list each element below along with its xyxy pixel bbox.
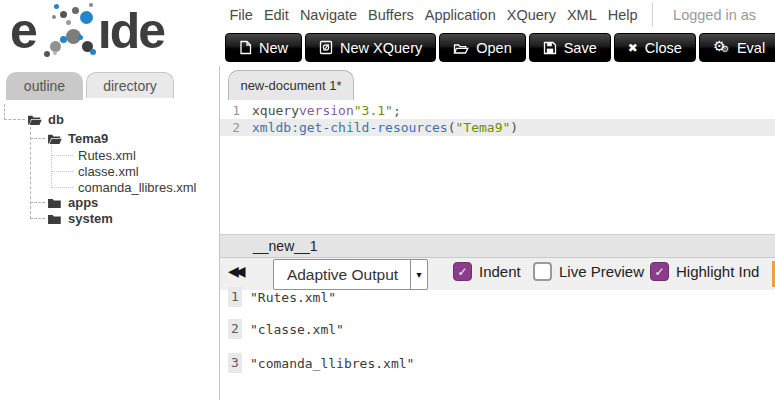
menu-file[interactable]: File bbox=[224, 7, 258, 23]
open-folder-icon bbox=[453, 41, 469, 55]
buffer-tab-bar[interactable]: __new__1 bbox=[220, 234, 775, 258]
code-token: "Tema9" bbox=[456, 119, 511, 136]
result-text: "Rutes.xml" bbox=[250, 290, 336, 305]
toolbar: New New XQuery Open Save ✖ Close ⚙ bbox=[225, 33, 775, 62]
tree-node-label: comanda_llibres.xml bbox=[78, 180, 197, 196]
close-icon: ✖ bbox=[628, 41, 638, 55]
new-document-icon bbox=[239, 40, 252, 55]
menubar-divider bbox=[652, 3, 653, 27]
code-token: ( bbox=[448, 119, 456, 136]
save-icon bbox=[543, 41, 557, 55]
open-button-label: Open bbox=[476, 40, 511, 56]
directory-tree: db Tema9 Rutes.xml classe.xml comanda_ll… bbox=[0, 0, 218, 400]
highlight-checkbox[interactable]: ✓ bbox=[650, 262, 669, 281]
menu-application[interactable]: Application bbox=[419, 7, 501, 23]
menu-buffers[interactable]: Buffers bbox=[363, 7, 420, 23]
output-row-3: 3 "comanda_llibres.xml" bbox=[220, 353, 775, 373]
live-preview-label: Live Preview bbox=[559, 263, 644, 280]
folder-open-icon bbox=[47, 133, 62, 145]
tree-node-label: Rutes.xml bbox=[78, 148, 136, 164]
code-token: ) bbox=[510, 119, 518, 136]
live-preview-checkbox[interactable] bbox=[533, 262, 552, 281]
eval-button-label: Eval bbox=[737, 40, 765, 56]
output-mode-value: Adaptive Output bbox=[274, 260, 411, 289]
tree-node-label: db bbox=[48, 112, 64, 128]
tree-node-apps[interactable]: apps bbox=[47, 195, 98, 211]
output-mode-dropdown[interactable]: Adaptive Output ▾ bbox=[273, 259, 428, 290]
code-token: xmldb:get-child-resources bbox=[252, 119, 448, 136]
editor-tab-new-document[interactable]: new-document 1* bbox=[228, 70, 354, 100]
code-token: xquery bbox=[252, 102, 299, 119]
save-button-label: Save bbox=[564, 40, 597, 56]
code-line-2[interactable]: 2 xmldb:get-child-resources ( "Tema9" ) bbox=[220, 119, 775, 136]
indent-label: Indent bbox=[479, 263, 521, 280]
result-number: 1 bbox=[228, 287, 242, 307]
result-text: "classe.xml" bbox=[250, 322, 344, 337]
editor-tab-label: new-document 1* bbox=[240, 78, 341, 93]
new-xquery-button-label: New XQuery bbox=[340, 40, 422, 56]
close-button[interactable]: ✖ Close bbox=[614, 33, 696, 62]
menu-navigate[interactable]: Navigate bbox=[294, 7, 362, 23]
eval-button[interactable]: ⚙ ⚙ Eval bbox=[699, 33, 775, 62]
code-token: "3.1" bbox=[354, 102, 393, 119]
result-text: "comanda_llibres.xml" bbox=[250, 356, 414, 371]
tree-node-label: apps bbox=[68, 195, 98, 211]
tree-node-label: classe.xml bbox=[78, 164, 139, 180]
save-button[interactable]: Save bbox=[529, 33, 611, 62]
login-status: Logged in as bbox=[673, 7, 756, 23]
exide-app: e ıde File Edit Navigate Buffers Applica… bbox=[0, 0, 775, 400]
open-button[interactable]: Open bbox=[439, 33, 525, 62]
line-number: 1 bbox=[220, 102, 252, 119]
menubar: File Edit Navigate Buffers Application X… bbox=[224, 0, 775, 30]
highlight-checkbox-group[interactable]: ✓ Highlight Ind bbox=[650, 262, 759, 281]
code-editor[interactable]: 1 xquery version "3.1" ; 2 xmldb:get-chi… bbox=[220, 102, 775, 136]
chevron-down-icon[interactable]: ▾ bbox=[410, 260, 427, 289]
folder-icon bbox=[47, 213, 62, 225]
new-button[interactable]: New bbox=[225, 33, 302, 62]
menu-edit[interactable]: Edit bbox=[258, 7, 294, 23]
output-row-1: 1 "Rutes.xml" bbox=[220, 287, 775, 307]
new-xquery-button[interactable]: New XQuery bbox=[305, 33, 436, 62]
code-token: ; bbox=[393, 102, 401, 119]
indent-checkbox[interactable]: ✓ bbox=[453, 262, 472, 281]
menu-xquery[interactable]: XQuery bbox=[501, 7, 561, 23]
indent-checkbox-group[interactable]: ✓ Indent bbox=[453, 262, 521, 281]
tree-node-label: Tema9 bbox=[68, 131, 108, 147]
folder-icon bbox=[47, 197, 62, 209]
tree-node-classe-xml[interactable]: classe.xml bbox=[78, 164, 139, 180]
new-button-label: New bbox=[259, 40, 288, 56]
code-token: version bbox=[299, 102, 354, 119]
code-line-1[interactable]: 1 xquery version "3.1" ; bbox=[220, 102, 775, 119]
result-number: 3 bbox=[228, 353, 242, 373]
gears-icon: ⚙ ⚙ bbox=[713, 39, 730, 56]
tree-node-db[interactable]: db bbox=[27, 112, 64, 128]
tree-node-rutes-xml[interactable]: Rutes.xml bbox=[78, 148, 136, 164]
menu-help[interactable]: Help bbox=[602, 7, 643, 23]
live-preview-checkbox-group[interactable]: Live Preview bbox=[533, 262, 644, 281]
tree-node-label: system bbox=[68, 211, 113, 227]
collapse-panel-icon[interactable]: ◀◀ bbox=[228, 263, 242, 279]
tree-node-system[interactable]: system bbox=[47, 211, 113, 227]
menu-xml[interactable]: XML bbox=[561, 7, 602, 23]
tree-node-tema9[interactable]: Tema9 bbox=[47, 131, 108, 147]
line-number: 2 bbox=[220, 119, 252, 136]
close-button-label: Close bbox=[645, 40, 682, 56]
new-xquery-icon bbox=[319, 40, 333, 55]
buffer-tab-label: __new__1 bbox=[253, 238, 318, 254]
highlight-label: Highlight Ind bbox=[676, 263, 759, 280]
output-row-2: 2 "classe.xml" bbox=[220, 319, 775, 339]
result-number: 2 bbox=[228, 319, 242, 339]
folder-open-icon bbox=[27, 114, 42, 126]
tree-node-comanda-llibres-xml[interactable]: comanda_llibres.xml bbox=[78, 180, 197, 196]
